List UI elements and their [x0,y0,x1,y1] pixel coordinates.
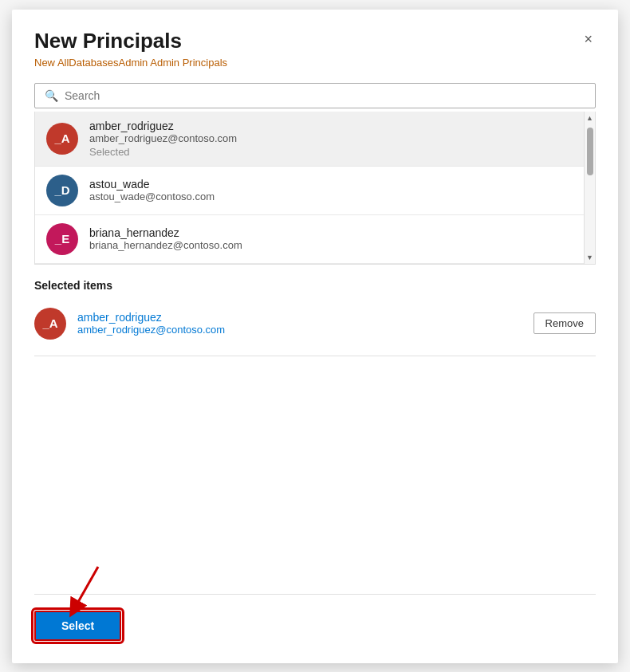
scrollbar[interactable]: ▲ ▼ [584,112,595,264]
spacer [34,356,596,594]
dialog-title: New Principals [34,29,182,53]
avatar: _A [46,123,78,155]
item-email: briana_hernandez@contoso.com [89,239,242,251]
item-name: astou_wade [89,178,215,191]
search-box: 🔍 [34,83,596,108]
scroll-thumb[interactable] [587,128,593,175]
list-item[interactable]: _A amber_rodriguez amber_rodriguez@conto… [35,112,595,167]
item-email: astou_wade@contoso.com [89,191,215,202]
item-selected-label: Selected [89,146,237,158]
list-item[interactable]: _D astou_wade astou_wade@contoso.com [35,167,595,215]
avatar: _E [46,223,78,255]
search-input[interactable] [65,89,585,102]
arrow-container: Select [34,611,121,641]
dialog-subtitle: New AllDatabasesAdmin Admin Principals [34,57,596,69]
new-principals-dialog: New Principals × New AllDatabasesAdmin A… [12,10,618,663]
item-name: briana_hernandez [89,226,242,239]
remove-button[interactable]: Remove [534,312,596,334]
selected-user-email: amber_rodriguez@contoso.com [77,324,534,336]
selected-user-name: amber_rodriguez [77,311,534,324]
close-button[interactable]: × [581,29,596,49]
selected-user-row: _A amber_rodriguez amber_rodriguez@conto… [34,301,596,346]
selected-avatar: _A [34,308,66,340]
item-email: amber_rodriguez@contoso.com [89,132,237,144]
scroll-down-button[interactable]: ▼ [585,251,595,264]
list-item[interactable]: _E briana_hernandez briana_hernandez@con… [35,215,595,264]
user-list: _A amber_rodriguez amber_rodriguez@conto… [34,112,596,265]
avatar: _D [46,175,78,206]
dialog-header: New Principals × [34,29,596,53]
item-name: amber_rodriguez [89,120,237,132]
item-info: astou_wade astou_wade@contoso.com [89,178,215,202]
item-info: amber_rodriguez amber_rodriguez@contoso.… [89,120,237,158]
arrow-indicator [58,563,114,619]
selected-items-list: _A amber_rodriguez amber_rodriguez@conto… [34,301,596,356]
item-info: briana_hernandez briana_hernandez@contos… [89,226,242,251]
scroll-up-button[interactable]: ▲ [585,112,595,124]
selected-user-info: amber_rodriguez amber_rodriguez@contoso.… [77,311,534,336]
search-icon: 🔍 [45,89,58,102]
svg-line-0 [74,567,98,609]
dialog-footer: Select [34,594,596,641]
selected-items-label: Selected items [34,279,596,292]
